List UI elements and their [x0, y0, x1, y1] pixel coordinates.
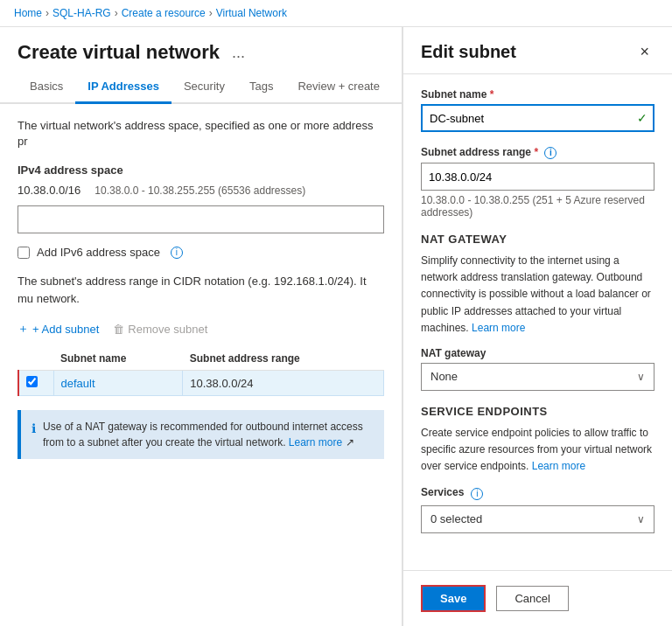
description-text: The virtual network's address space, spe…	[18, 118, 384, 150]
services-dropdown-arrow-icon: ∨	[637, 513, 645, 525]
service-endpoints-learn-more-link[interactable]: Learn more	[532, 460, 585, 472]
ipv6-checkbox-label: Add IPv6 address space	[37, 246, 160, 259]
subnet-address-input[interactable]	[421, 163, 654, 191]
nat-notice: ℹ Use of a NAT gateway is recommended fo…	[18, 410, 384, 459]
trash-icon: 🗑	[113, 323, 124, 336]
page-title: Create virtual network	[18, 41, 220, 64]
tab-ip-addresses[interactable]: IP Addresses	[75, 71, 172, 104]
ipv6-info-icon[interactable]: i	[171, 247, 183, 259]
address-space-input[interactable]	[18, 205, 384, 233]
service-endpoints-section-header: SERVICE ENDPOINTS	[421, 405, 654, 418]
learn-more-link[interactable]: Learn more	[289, 436, 342, 449]
col-subnet-name: Subnet name	[53, 347, 183, 371]
nat-gateway-value: None	[430, 370, 458, 383]
tab-security[interactable]: Security	[172, 71, 237, 104]
ipv4-range: 10.38.0.0 - 10.38.255.255 (65536 address…	[94, 184, 305, 197]
breadcrumb: Home › SQL-HA-RG › Create a resource › V…	[0, 0, 672, 27]
services-dropdown[interactable]: 0 selected ∨	[421, 505, 654, 533]
cidr-note: The subnet's address range in CIDR notat…	[18, 273, 384, 307]
breadcrumb-rg[interactable]: SQL-HA-RG	[52, 7, 111, 19]
add-subnet-label: + Add subnet	[32, 323, 99, 336]
chevron-icon-2: ›	[115, 7, 118, 19]
info-circle-icon: ℹ	[32, 420, 36, 438]
services-label: Services	[421, 486, 464, 498]
check-icon: ✓	[637, 111, 648, 125]
ipv6-checkbox[interactable]	[18, 247, 30, 259]
tab-tags[interactable]: Tags	[237, 71, 285, 104]
dropdown-arrow-icon: ∨	[637, 371, 645, 383]
services-field: Services i 0 selected ∨	[421, 486, 654, 533]
remove-subnet-label: Remove subnet	[128, 323, 207, 336]
nat-learn-more-link[interactable]: Learn more	[472, 322, 525, 334]
right-panel-footer: Save Cancel	[403, 570, 672, 626]
subnet-name-link[interactable]: default	[61, 377, 95, 390]
close-button[interactable]: ×	[634, 41, 654, 63]
remove-subnet-button[interactable]: 🗑 Remove subnet	[113, 323, 207, 336]
external-link-icon: ↗	[346, 436, 354, 449]
tab-bar: Basics IP Addresses Security Tags Review…	[0, 71, 402, 104]
subnet-address-label: Subnet address range * i	[421, 146, 654, 159]
tab-basics[interactable]: Basics	[18, 71, 75, 104]
plus-icon: ＋	[18, 321, 29, 337]
service-endpoints-desc: Create service endpoint policies to allo…	[421, 425, 654, 476]
chevron-icon-3: ›	[209, 7, 213, 19]
required-indicator: *	[490, 88, 494, 101]
nat-gateway-dropdown[interactable]: None ∨	[421, 363, 654, 391]
address-range-info-icon[interactable]: i	[544, 147, 556, 159]
save-button[interactable]: Save	[421, 585, 486, 612]
breadcrumb-home[interactable]: Home	[14, 7, 42, 19]
subnet-name-label: Subnet name *	[421, 88, 654, 101]
subnet-range-cell: 10.38.0.0/24	[183, 371, 384, 396]
subnet-table: Subnet name Subnet address range default…	[18, 347, 384, 396]
col-subnet-range: Subnet address range	[183, 347, 384, 371]
edit-subnet-title: Edit subnet	[421, 42, 516, 62]
nat-notice-text: Use of a NAT gateway is recommended for …	[43, 419, 374, 450]
nat-gateway-label: NAT gateway	[421, 347, 654, 359]
nat-gateway-desc: Simplify connectivity to the internet us…	[421, 253, 654, 337]
tab-review-create[interactable]: Review + create	[285, 71, 392, 104]
breadcrumb-virtual-network[interactable]: Virtual Network	[216, 7, 287, 19]
subnet-name-field: Subnet name * ✓	[421, 88, 654, 132]
subnet-row-checkbox[interactable]	[26, 376, 38, 387]
right-panel-header: Edit subnet ×	[403, 27, 672, 74]
ellipsis-button[interactable]: ...	[227, 42, 250, 64]
subnet-name-input[interactable]	[421, 104, 654, 132]
address-note: 10.38.0.0 - 10.38.0.255 (251 + 5 Azure r…	[421, 194, 654, 219]
services-value: 0 selected	[430, 512, 482, 525]
ipv4-section-title: IPv4 address space	[18, 163, 384, 177]
left-panel: Create virtual network ... Basics IP Add…	[0, 27, 402, 626]
edit-subnet-panel: Edit subnet × Subnet name * ✓ Subnet add…	[402, 27, 672, 626]
breadcrumb-create-resource[interactable]: Create a resource	[122, 7, 206, 19]
required-indicator-2: *	[534, 146, 538, 158]
services-info-icon[interactable]: i	[471, 488, 483, 500]
nat-gateway-section-header: NAT GATEWAY	[421, 233, 654, 246]
nat-gateway-field: NAT gateway None ∨	[421, 347, 654, 391]
table-row[interactable]: default 10.38.0.0/24	[18, 371, 384, 396]
cancel-button[interactable]: Cancel	[496, 586, 568, 611]
subnet-address-field: Subnet address range * i 10.38.0.0 - 10.…	[421, 146, 654, 219]
ipv4-value: 10.38.0.0/16	[18, 184, 80, 197]
add-subnet-button[interactable]: ＋ + Add subnet	[18, 321, 99, 337]
chevron-icon-1: ›	[46, 7, 49, 19]
